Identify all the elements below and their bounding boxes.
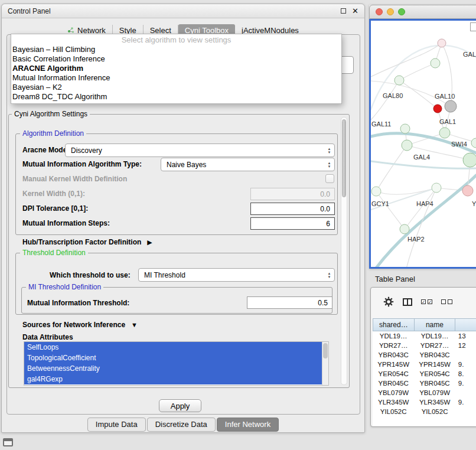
select-all-checkboxes-icon[interactable]: ✓ ✓ (421, 299, 432, 304)
network-node-gcy1[interactable] (371, 187, 381, 196)
network-node-label: GAL11 (371, 120, 391, 128)
table-row[interactable]: YBR043CYBR043C (373, 350, 476, 360)
table-body: YDL19…YDL19…13YDR27…YDR27…12YBR043CYBR04… (373, 331, 476, 416)
table-cell: YBL079W (373, 389, 414, 396)
dpi-tolerance-input[interactable] (250, 203, 335, 215)
hub-section-row[interactable]: Hub/Transcription Factor Definition▶ (22, 238, 152, 246)
data-attributes-list[interactable]: SelfLoopsTopologicalCoefficientBetweenne… (24, 341, 329, 386)
network-corner-widget[interactable] (470, 22, 476, 31)
network-labels: GAL80GAL10GAL11GAL1SWI4GAL4GCY1HAP4HAP2G… (371, 51, 476, 243)
mi-algorithm-type-combobox[interactable]: Naive Bayes ▲ ▼ (161, 158, 335, 171)
empty-box-glyph (448, 299, 452, 304)
network-edge[interactable] (371, 161, 476, 168)
network-edge[interactable] (399, 63, 435, 80)
checked-box-glyph: ✓ (421, 299, 426, 304)
hub-expand-arrow-icon[interactable]: ▶ (147, 239, 152, 246)
bottom-tab-infer-network[interactable]: Infer Network (217, 418, 279, 432)
column-header-shared[interactable]: shared… (373, 318, 415, 331)
network-window-titlebar[interactable] (369, 5, 476, 19)
algorithm-option-aracne-algorithm[interactable]: ARACNE Algorithm (11, 64, 341, 73)
algorithm-option-bayesian-k2[interactable]: Bayesian – K2 (11, 83, 341, 92)
gear-icon[interactable] (383, 296, 394, 307)
close-icon[interactable]: ✕ (352, 7, 358, 15)
control-panel-window: Control Panel ✕ NetworkStyleSelectCyni T… (1, 4, 365, 433)
attribute-item-betweennesscentrality[interactable]: BetweennessCentrality (24, 363, 322, 374)
aracne-mode-combobox[interactable]: Discovery ▲ ▼ (65, 144, 335, 157)
sources-collapse-arrow-icon[interactable]: ▼ (131, 321, 138, 328)
table-row[interactable]: YER054CYER054C8. (373, 369, 476, 379)
network-node-gal80[interactable] (395, 76, 404, 85)
table-row[interactable]: YBR045CYBR045C9. (373, 379, 476, 388)
algorithm-dropdown-popup: Select algorithm to view settingsBayesia… (11, 34, 342, 104)
column-header-col3[interactable] (455, 318, 476, 331)
network-node-label: Y (472, 200, 476, 207)
attribute-item-topologicalcoefficient[interactable]: TopologicalCoefficient (24, 353, 322, 363)
network-edge[interactable] (399, 80, 438, 109)
table-row[interactable]: YDL19…YDL19…13 (373, 331, 476, 341)
table-row[interactable]: YDR27…YDR27…12 (373, 341, 476, 350)
deselect-all-checkboxes-icon[interactable] (441, 299, 452, 304)
kernel-width-input[interactable] (250, 188, 335, 200)
table-cell: 9. (455, 361, 476, 368)
network-node[interactable] (463, 153, 476, 167)
apply-button[interactable]: Apply (159, 399, 201, 412)
network-edge[interactable] (376, 191, 405, 229)
network-canvas[interactable]: GAL80GAL10GAL11GAL1SWI4GAL4GCY1HAP4HAP2G… (369, 19, 476, 269)
close-traffic-light-button[interactable] (376, 8, 383, 15)
bottom-tab-impute-data[interactable]: Impute Data (87, 418, 146, 432)
network-node-label: GAL80 (383, 92, 403, 99)
network-edge[interactable] (371, 43, 442, 77)
network-node-hap4[interactable] (432, 183, 441, 193)
control-panel-titlebar[interactable]: Control Panel ✕ (2, 4, 364, 18)
columns-icon[interactable] (403, 298, 412, 306)
float-window-icon[interactable] (341, 8, 346, 14)
network-node[interactable] (431, 58, 440, 68)
algorithm-option-dream8-dc-tdc-algorithm[interactable]: Dream8 DC_TDC Algorithm (11, 92, 341, 102)
algorithm-option-bayesian-hill-climbing[interactable]: Bayesian – Hill Climbing (11, 45, 341, 54)
network-node-hap2[interactable] (400, 224, 409, 234)
aracne-mode-label: Aracne Mode: (22, 146, 69, 154)
network-node[interactable] (438, 39, 446, 47)
algorithm-option-mutual-information-inference[interactable]: Mutual Information Inference (11, 73, 341, 83)
which-threshold-combobox[interactable]: MI Threshold ▲ ▼ (138, 268, 335, 282)
table-row[interactable]: YLR345WYLR345W9. (373, 397, 476, 407)
network-node-gal11[interactable] (400, 124, 410, 133)
zoom-traffic-light-button[interactable] (398, 8, 405, 15)
mi-threshold-definition-title: MI Threshold Definition (26, 283, 103, 291)
mi-threshold-input[interactable] (247, 296, 332, 309)
column-header-name[interactable]: name (415, 318, 456, 331)
minimize-traffic-light-button[interactable] (387, 8, 394, 15)
settings-scrollbar-thumb[interactable] (342, 119, 346, 197)
attribute-item-gal4rgexp[interactable]: gal4RGexp (24, 374, 322, 384)
attributes-scrollbar-thumb[interactable] (323, 343, 328, 358)
manual-kernel-width-checkbox[interactable] (325, 174, 334, 183)
table-cell: YBL079W (414, 389, 455, 396)
check-glyph: ✓ (422, 300, 425, 304)
settings-scrollbar-track[interactable] (341, 117, 347, 385)
bottom-tab-discretize-data[interactable]: Discretize Data (147, 418, 216, 432)
network-node-gal1[interactable] (439, 128, 450, 138)
table-row[interactable]: YIL052CYIL052C (373, 407, 476, 416)
sources-section-row[interactable]: Sources for Network Inference▼ (22, 321, 138, 329)
network-node-swi4[interactable] (471, 138, 476, 148)
checked-box-glyph: ✓ (428, 299, 432, 304)
combobox-stepper-icon: ▲ ▼ (324, 158, 334, 171)
attributes-scrollbar-track[interactable] (322, 342, 328, 385)
network-edge[interactable] (376, 175, 476, 269)
table-cell: YER054C (373, 370, 414, 377)
table-row[interactable]: YPR145WYPR145W9. (373, 360, 476, 369)
docked-panel-icon[interactable] (3, 438, 13, 446)
network-edge[interactable] (376, 145, 407, 191)
network-node[interactable] (433, 105, 442, 113)
network-view-window: GAL80GAL10GAL11GAL1SWI4GAL4GCY1HAP4HAP2G… (369, 5, 476, 269)
attribute-item-selfloops[interactable]: SelfLoops (24, 342, 322, 353)
manual-kernel-width-label: Manual Kernel Width Definition (22, 175, 127, 183)
node-table: shared…name YDL19…YDL19…13YDR27…YDR27…12… (373, 318, 476, 426)
network-node-gal4[interactable] (402, 140, 412, 151)
network-node-gal10[interactable] (445, 100, 457, 112)
network-node[interactable] (462, 185, 473, 196)
mi-steps-input[interactable] (250, 217, 335, 230)
algorithm-dropdown-items: Bayesian – Hill ClimbingBasic Correlatio… (11, 45, 341, 102)
table-row[interactable]: YBL079WYBL079W (373, 388, 476, 397)
algorithm-option-basic-correlation-inference[interactable]: Basic Correlation Inference (11, 54, 341, 64)
